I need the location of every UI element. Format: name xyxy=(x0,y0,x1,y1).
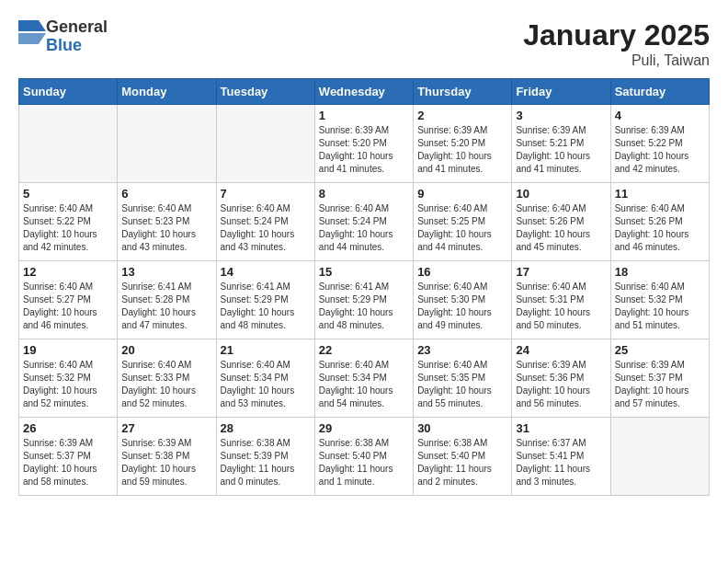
title-block: January 2025 Puli, Taiwan xyxy=(523,18,710,69)
day-info: Sunrise: 6:39 AM Sunset: 5:37 PM Dayligh… xyxy=(23,437,113,488)
svg-marker-1 xyxy=(18,33,46,44)
calendar-cell: 9Sunrise: 6:40 AM Sunset: 5:25 PM Daylig… xyxy=(414,183,512,261)
calendar-cell: 4Sunrise: 6:39 AM Sunset: 5:22 PM Daylig… xyxy=(610,105,709,183)
day-info: Sunrise: 6:40 AM Sunset: 5:23 PM Dayligh… xyxy=(121,202,211,254)
day-number: 2 xyxy=(417,109,507,122)
day-info: Sunrise: 6:40 AM Sunset: 5:33 PM Dayligh… xyxy=(121,359,211,410)
calendar-table: SundayMondayTuesdayWednesdayThursdayFrid… xyxy=(18,78,710,496)
day-number: 6 xyxy=(121,187,211,201)
calendar-cell: 7Sunrise: 6:40 AM Sunset: 5:24 PM Daylig… xyxy=(216,183,314,261)
calendar-cell: 13Sunrise: 6:41 AM Sunset: 5:28 PM Dayli… xyxy=(118,261,216,339)
calendar-cell: 31Sunrise: 6:37 AM Sunset: 5:41 PM Dayli… xyxy=(512,418,610,496)
day-info: Sunrise: 6:37 AM Sunset: 5:41 PM Dayligh… xyxy=(516,437,606,488)
day-number: 24 xyxy=(516,343,606,357)
calendar-header: SundayMondayTuesdayWednesdayThursdayFrid… xyxy=(19,79,710,105)
calendar-cell xyxy=(610,418,709,496)
calendar-cell: 25Sunrise: 6:39 AM Sunset: 5:37 PM Dayli… xyxy=(610,339,709,418)
day-number: 27 xyxy=(121,421,211,435)
day-info: Sunrise: 6:41 AM Sunset: 5:29 PM Dayligh… xyxy=(221,281,311,332)
calendar-cell xyxy=(216,105,314,183)
calendar-cell: 26Sunrise: 6:39 AM Sunset: 5:37 PM Dayli… xyxy=(19,418,118,496)
day-info: Sunrise: 6:38 AM Sunset: 5:39 PM Dayligh… xyxy=(221,437,311,488)
calendar-cell: 29Sunrise: 6:38 AM Sunset: 5:40 PM Dayli… xyxy=(314,418,413,496)
calendar-cell: 27Sunrise: 6:39 AM Sunset: 5:38 PM Dayli… xyxy=(118,418,216,496)
calendar-cell: 22Sunrise: 6:40 AM Sunset: 5:34 PM Dayli… xyxy=(314,339,413,418)
logo-text: General Blue xyxy=(46,18,108,55)
day-info: Sunrise: 6:39 AM Sunset: 5:37 PM Dayligh… xyxy=(615,359,705,410)
day-info: Sunrise: 6:41 AM Sunset: 5:28 PM Dayligh… xyxy=(121,281,211,332)
calendar-cell: 21Sunrise: 6:40 AM Sunset: 5:34 PM Dayli… xyxy=(216,339,314,418)
calendar-cell xyxy=(118,105,216,183)
day-number: 21 xyxy=(221,343,311,357)
day-info: Sunrise: 6:40 AM Sunset: 5:25 PM Dayligh… xyxy=(417,202,507,254)
week-row-4: 19Sunrise: 6:40 AM Sunset: 5:32 PM Dayli… xyxy=(19,339,710,418)
day-info: Sunrise: 6:39 AM Sunset: 5:20 PM Dayligh… xyxy=(319,124,409,176)
day-number: 19 xyxy=(23,343,113,357)
calendar-cell: 19Sunrise: 6:40 AM Sunset: 5:32 PM Dayli… xyxy=(19,339,118,418)
day-number: 14 xyxy=(221,265,311,279)
day-number: 1 xyxy=(319,109,409,122)
calendar-cell: 20Sunrise: 6:40 AM Sunset: 5:33 PM Dayli… xyxy=(118,339,216,418)
week-row-3: 12Sunrise: 6:40 AM Sunset: 5:27 PM Dayli… xyxy=(19,261,710,339)
day-number: 20 xyxy=(121,343,211,357)
day-number: 18 xyxy=(615,265,705,279)
day-number: 30 xyxy=(417,421,507,435)
day-info: Sunrise: 6:40 AM Sunset: 5:27 PM Dayligh… xyxy=(23,281,113,332)
week-row-5: 26Sunrise: 6:39 AM Sunset: 5:37 PM Dayli… xyxy=(19,418,710,496)
day-header-thursday: Thursday xyxy=(414,79,512,105)
logo-icon xyxy=(18,20,46,53)
calendar-cell: 10Sunrise: 6:40 AM Sunset: 5:26 PM Dayli… xyxy=(512,183,610,261)
day-number: 29 xyxy=(319,421,409,435)
day-info: Sunrise: 6:40 AM Sunset: 5:24 PM Dayligh… xyxy=(319,202,409,254)
day-info: Sunrise: 6:40 AM Sunset: 5:34 PM Dayligh… xyxy=(319,359,409,410)
day-info: Sunrise: 6:39 AM Sunset: 5:20 PM Dayligh… xyxy=(417,124,507,176)
day-header-monday: Monday xyxy=(118,79,216,105)
day-number: 9 xyxy=(417,187,507,201)
calendar-cell: 8Sunrise: 6:40 AM Sunset: 5:24 PM Daylig… xyxy=(314,183,413,261)
day-number: 12 xyxy=(23,265,113,279)
day-number: 23 xyxy=(417,343,507,357)
calendar-cell: 2Sunrise: 6:39 AM Sunset: 5:20 PM Daylig… xyxy=(414,105,512,183)
day-info: Sunrise: 6:40 AM Sunset: 5:35 PM Dayligh… xyxy=(417,359,507,410)
day-header-tuesday: Tuesday xyxy=(216,79,314,105)
calendar-cell: 11Sunrise: 6:40 AM Sunset: 5:26 PM Dayli… xyxy=(610,183,709,261)
calendar-cell: 18Sunrise: 6:40 AM Sunset: 5:32 PM Dayli… xyxy=(610,261,709,339)
day-number: 5 xyxy=(23,187,113,201)
day-info: Sunrise: 6:39 AM Sunset: 5:36 PM Dayligh… xyxy=(516,359,606,410)
day-info: Sunrise: 6:40 AM Sunset: 5:30 PM Dayligh… xyxy=(417,281,507,332)
day-info: Sunrise: 6:38 AM Sunset: 5:40 PM Dayligh… xyxy=(417,437,507,488)
day-number: 13 xyxy=(121,265,211,279)
day-info: Sunrise: 6:40 AM Sunset: 5:24 PM Dayligh… xyxy=(221,202,311,254)
day-number: 26 xyxy=(23,421,113,435)
day-info: Sunrise: 6:40 AM Sunset: 5:31 PM Dayligh… xyxy=(516,281,606,332)
day-number: 15 xyxy=(319,265,409,279)
week-row-1: 1Sunrise: 6:39 AM Sunset: 5:20 PM Daylig… xyxy=(19,105,710,183)
calendar-cell: 12Sunrise: 6:40 AM Sunset: 5:27 PM Dayli… xyxy=(19,261,118,339)
calendar-subtitle: Puli, Taiwan xyxy=(523,52,710,69)
calendar-cell xyxy=(19,105,118,183)
day-number: 31 xyxy=(516,421,606,435)
calendar-title: January 2025 xyxy=(523,18,710,52)
day-number: 7 xyxy=(221,187,311,201)
day-header-wednesday: Wednesday xyxy=(314,79,413,105)
day-header-friday: Friday xyxy=(512,79,610,105)
calendar-cell: 16Sunrise: 6:40 AM Sunset: 5:30 PM Dayli… xyxy=(414,261,512,339)
page-header: General Blue January 2025 Puli, Taiwan xyxy=(18,18,710,69)
day-info: Sunrise: 6:39 AM Sunset: 5:22 PM Dayligh… xyxy=(615,124,705,176)
day-info: Sunrise: 6:38 AM Sunset: 5:40 PM Dayligh… xyxy=(319,437,409,488)
day-info: Sunrise: 6:40 AM Sunset: 5:22 PM Dayligh… xyxy=(23,202,113,254)
calendar-cell: 23Sunrise: 6:40 AM Sunset: 5:35 PM Dayli… xyxy=(414,339,512,418)
day-info: Sunrise: 6:40 AM Sunset: 5:32 PM Dayligh… xyxy=(23,359,113,410)
calendar-cell: 6Sunrise: 6:40 AM Sunset: 5:23 PM Daylig… xyxy=(118,183,216,261)
logo-general: General xyxy=(46,18,108,37)
calendar-cell: 24Sunrise: 6:39 AM Sunset: 5:36 PM Dayli… xyxy=(512,339,610,418)
day-number: 3 xyxy=(516,109,606,122)
calendar-body: 1Sunrise: 6:39 AM Sunset: 5:20 PM Daylig… xyxy=(19,105,710,496)
calendar-cell: 1Sunrise: 6:39 AM Sunset: 5:20 PM Daylig… xyxy=(314,105,413,183)
calendar-cell: 3Sunrise: 6:39 AM Sunset: 5:21 PM Daylig… xyxy=(512,105,610,183)
day-info: Sunrise: 6:40 AM Sunset: 5:26 PM Dayligh… xyxy=(615,202,705,254)
week-row-2: 5Sunrise: 6:40 AM Sunset: 5:22 PM Daylig… xyxy=(19,183,710,261)
day-number: 11 xyxy=(615,187,705,201)
day-info: Sunrise: 6:40 AM Sunset: 5:32 PM Dayligh… xyxy=(615,281,705,332)
day-info: Sunrise: 6:40 AM Sunset: 5:34 PM Dayligh… xyxy=(221,359,311,410)
